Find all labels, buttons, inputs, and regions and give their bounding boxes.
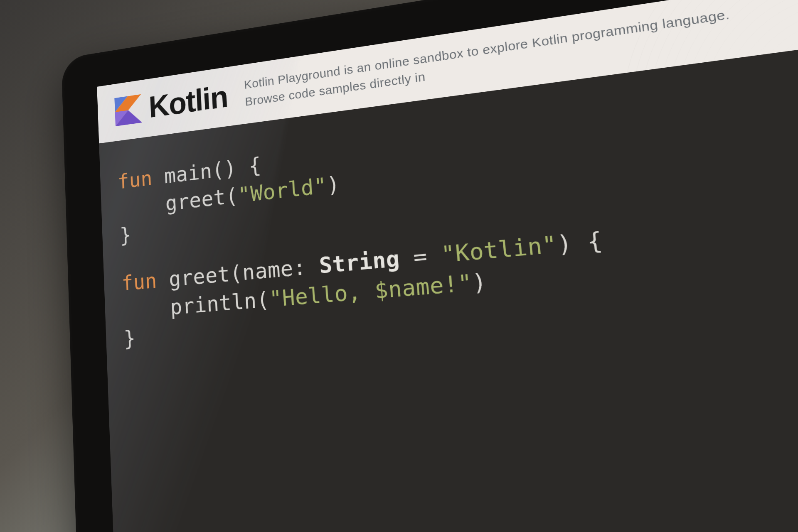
type-string: String	[318, 245, 401, 278]
keyword-fun: fun	[121, 268, 158, 296]
kotlin-playground-screen: Kotlin Kotlin Playground is an online sa…	[97, 0, 798, 532]
keyword-fun: fun	[117, 166, 153, 194]
photo-scene: Kotlin Kotlin Playground is an online sa…	[0, 0, 798, 532]
tablet-bezel: Kotlin Kotlin Playground is an online sa…	[61, 0, 798, 532]
kotlin-logo-icon	[114, 94, 142, 126]
kotlin-logo-text: Kotlin	[148, 78, 229, 125]
kotlin-logo: Kotlin	[114, 78, 229, 129]
